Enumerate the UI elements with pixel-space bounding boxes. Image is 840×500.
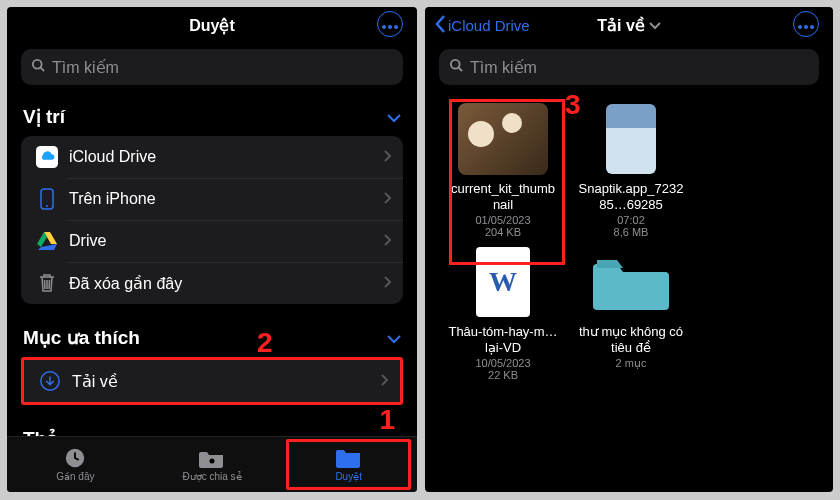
chevron-down-icon bbox=[387, 106, 401, 128]
chevron-right-icon bbox=[383, 274, 391, 292]
tab-label: Gần đây bbox=[56, 471, 94, 482]
location-row-google-drive[interactable]: Drive bbox=[21, 220, 403, 262]
svg-point-20 bbox=[451, 59, 460, 68]
folder-icon bbox=[591, 252, 671, 312]
favorites-label-text: Tải về bbox=[72, 372, 118, 391]
search-icon bbox=[31, 58, 52, 77]
trash-icon bbox=[33, 273, 61, 293]
folder-title-text: Tải về bbox=[597, 16, 645, 35]
download-icon bbox=[36, 370, 64, 392]
titlebar: iCloud Drive Tải về bbox=[425, 7, 833, 43]
location-label: iCloud Drive bbox=[69, 148, 156, 166]
search-input[interactable]: Tìm kiếm bbox=[21, 49, 403, 85]
file-name: current_kit_thumbnail bbox=[448, 181, 558, 212]
chevron-right-icon bbox=[383, 190, 391, 208]
location-row-icloud-drive[interactable]: iCloud Drive bbox=[21, 136, 403, 178]
file-grid: current_kit_thumbnail 01/05/2023 204 KB … bbox=[425, 95, 833, 389]
search-placeholder: Tìm kiếm bbox=[52, 58, 119, 77]
location-row-recently-deleted[interactable]: Đã xóa gần đây bbox=[21, 262, 403, 304]
svg-line-21 bbox=[458, 67, 462, 71]
file-size: 204 KB bbox=[485, 226, 521, 238]
svg-point-18 bbox=[804, 25, 808, 29]
tab-label: Được chia sẻ bbox=[182, 471, 241, 482]
svg-point-0 bbox=[382, 25, 386, 29]
clock-icon bbox=[64, 447, 86, 469]
locations-label: Vị trí bbox=[23, 105, 65, 128]
browse-screen: Duyệt Tìm kiếm Vị trí iCloud Drive Trê bbox=[7, 7, 417, 492]
downloads-screen: iCloud Drive Tải về Tìm kiếm current_kit… bbox=[425, 7, 833, 492]
locations-section-header[interactable]: Vị trí bbox=[21, 95, 403, 136]
file-date: 01/05/2023 bbox=[475, 214, 530, 226]
file-name: Snaptik.app_723285…69285 bbox=[576, 181, 686, 212]
folder-name: thư mục không có tiêu đề bbox=[576, 324, 686, 355]
file-date: 07:02 bbox=[617, 214, 645, 226]
location-row-on-iphone[interactable]: Trên iPhone bbox=[21, 178, 403, 220]
location-label: Trên iPhone bbox=[69, 190, 156, 208]
shared-folder-icon bbox=[199, 447, 225, 469]
location-label: Đã xóa gần đây bbox=[69, 274, 182, 293]
svg-point-7 bbox=[46, 205, 48, 207]
location-label: Drive bbox=[69, 232, 106, 250]
favorites-row-downloads[interactable]: Tải về bbox=[24, 360, 400, 402]
file-thumbnail: W bbox=[458, 246, 548, 318]
folder-icon bbox=[336, 447, 362, 469]
icloud-icon bbox=[33, 146, 61, 168]
search-input[interactable]: Tìm kiếm bbox=[439, 49, 819, 85]
folder-thumbnail bbox=[586, 246, 676, 318]
iphone-icon bbox=[33, 188, 61, 210]
svg-line-13 bbox=[49, 280, 50, 289]
chevron-left-icon bbox=[435, 15, 448, 36]
svg-point-16 bbox=[210, 459, 215, 464]
google-drive-icon bbox=[33, 232, 61, 250]
file-thumbnail bbox=[586, 103, 676, 175]
titlebar: Duyệt bbox=[7, 7, 417, 43]
svg-point-17 bbox=[798, 25, 802, 29]
tab-label: Duyệt bbox=[335, 471, 362, 482]
file-item[interactable]: current_kit_thumbnail 01/05/2023 204 KB bbox=[443, 103, 563, 238]
ellipsis-icon bbox=[798, 15, 814, 33]
tab-shared[interactable]: Được chia sẻ bbox=[144, 437, 281, 492]
tab-bar: Gần đây Được chia sẻ Duyệt bbox=[7, 436, 417, 492]
back-label: iCloud Drive bbox=[448, 17, 530, 34]
file-date: 10/05/2023 bbox=[475, 357, 530, 369]
more-options-button[interactable] bbox=[793, 11, 819, 37]
folder-title-dropdown[interactable]: Tải về bbox=[597, 16, 661, 35]
ellipsis-icon bbox=[382, 15, 398, 33]
chevron-right-icon bbox=[383, 232, 391, 250]
chevron-right-icon bbox=[380, 372, 388, 390]
more-options-button[interactable] bbox=[377, 11, 403, 37]
svg-point-1 bbox=[388, 25, 392, 29]
svg-point-19 bbox=[810, 25, 814, 29]
svg-point-2 bbox=[394, 25, 398, 29]
file-item[interactable]: W Thâu-tóm-hay-m…lại-VD 10/05/2023 22 KB bbox=[443, 246, 563, 381]
svg-point-3 bbox=[33, 59, 42, 68]
content-scroll: Vị trí iCloud Drive Trên iPhone Drive bbox=[7, 95, 417, 458]
folder-item[interactable]: thư mục không có tiêu đề 2 mục bbox=[571, 246, 691, 381]
chevron-right-icon bbox=[383, 148, 391, 166]
svg-line-4 bbox=[40, 67, 44, 71]
tab-recents[interactable]: Gần đây bbox=[7, 437, 144, 492]
search-placeholder: Tìm kiếm bbox=[470, 58, 537, 77]
chevron-down-icon bbox=[649, 16, 661, 34]
file-item[interactable]: Snaptik.app_723285…69285 07:02 8,6 MB bbox=[571, 103, 691, 238]
favorites-list: Tải về bbox=[21, 357, 403, 405]
locations-list: iCloud Drive Trên iPhone Drive Đã xóa gầ… bbox=[21, 136, 403, 304]
chevron-down-icon bbox=[387, 327, 401, 349]
svg-line-12 bbox=[45, 280, 46, 289]
tab-browse[interactable]: Duyệt bbox=[280, 437, 417, 492]
file-size: 22 KB bbox=[488, 369, 518, 381]
file-name: Thâu-tóm-hay-m…lại-VD bbox=[448, 324, 558, 355]
favorites-label: Mục ưa thích bbox=[23, 326, 140, 349]
file-thumbnail bbox=[458, 103, 548, 175]
folder-item-count: 2 mục bbox=[616, 357, 647, 370]
back-button[interactable]: iCloud Drive bbox=[435, 15, 530, 36]
favorites-section-header[interactable]: Mục ưa thích bbox=[21, 316, 403, 357]
search-icon bbox=[449, 58, 470, 77]
page-title: Duyệt bbox=[189, 16, 235, 35]
file-size: 8,6 MB bbox=[614, 226, 649, 238]
